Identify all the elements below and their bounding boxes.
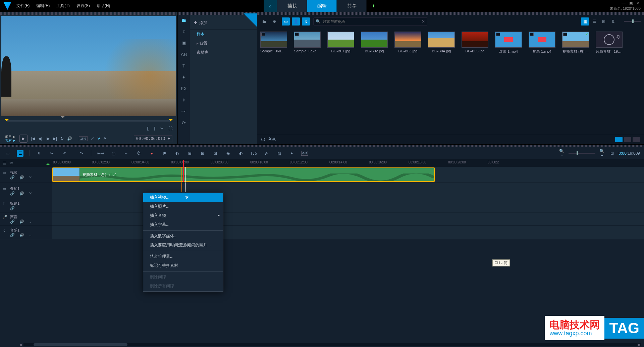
menu-mark-replaceable[interactable]: 标记可替换素材 <box>143 261 223 270</box>
menu-insert-audio[interactable]: 插入音频 <box>143 211 223 220</box>
source-clip-label[interactable]: 素材 ► <box>5 139 16 142</box>
search-input[interactable] <box>323 19 420 23</box>
mark-in-icon[interactable]: ⟦ <box>147 126 149 131</box>
add-track-icon[interactable] <box>46 161 50 165</box>
toggle-a[interactable]: A <box>104 136 106 141</box>
filters-tab-icon[interactable]: ✦ <box>178 75 190 80</box>
filter-image-icon[interactable]: 👤 <box>292 17 300 26</box>
menu-insert-photo[interactable]: 插入照片... <box>143 202 223 211</box>
view-thumb-icon[interactable]: ▦ <box>581 17 589 26</box>
library-item[interactable]: 屏幕 1.mp4 <box>495 32 522 54</box>
mask-icon[interactable]: ◐ <box>237 151 244 156</box>
link-icon[interactable]: 🔗 <box>10 206 15 210</box>
go-start-button[interactable]: |◀ <box>31 136 35 141</box>
menu-settings[interactable]: 设置(S) <box>76 3 90 9</box>
mute-icon[interactable]: 🔊 <box>19 233 24 237</box>
grouping-icon[interactable]: ⊟ <box>186 151 193 156</box>
motion-tab-icon[interactable]: ✧ <box>178 97 190 103</box>
multicam-icon[interactable]: ⊡ <box>212 151 219 156</box>
library-search[interactable]: 🔍 ✕ <box>313 17 427 26</box>
add-media-button[interactable]: ✚ 添加 <box>190 16 257 30</box>
color-icon[interactable]: ▨ <box>276 151 282 156</box>
track-content[interactable]: 视频素材（总）.mp4 <box>52 167 644 183</box>
tracks-menu-icon[interactable]: ☰ <box>3 161 6 165</box>
link-icon[interactable]: 🔗 <box>10 175 15 180</box>
mute-icon[interactable]: 🔊 <box>19 219 24 224</box>
library-item[interactable]: Sample_360.m... <box>260 32 287 54</box>
marker-icon[interactable]: ⚑ <box>161 151 168 156</box>
view-list-icon[interactable]: ☰ <box>590 17 598 26</box>
gif-icon[interactable]: GIF <box>301 151 308 156</box>
import-folder-icon[interactable]: 🖿 <box>260 17 268 26</box>
preview-viewport[interactable] <box>1 16 176 116</box>
zoom-slider[interactable] <box>569 153 595 154</box>
footer-btn-3[interactable] <box>633 137 640 142</box>
tools-icon[interactable]: ✂ <box>49 151 55 156</box>
panel-drag-handle[interactable] <box>0 12 177 15</box>
view-grid-icon[interactable]: ⊞ <box>600 17 608 26</box>
expand-icon[interactable]: ⌄ <box>29 233 32 237</box>
tree-item-background[interactable]: 背景 <box>190 39 257 48</box>
track-content[interactable] <box>52 183 644 199</box>
grid-icon[interactable]: ⊞ <box>199 151 206 156</box>
maximize-button[interactable]: ▣ <box>629 1 633 5</box>
stretch-icon[interactable]: ↔ <box>123 151 129 156</box>
templates-tab-icon[interactable]: ▣ <box>178 40 190 46</box>
tab-edit[interactable]: 编辑 <box>307 0 337 12</box>
library-item[interactable]: BG-B04.jpg <box>428 32 455 54</box>
expand-icon[interactable]: ⌄ <box>29 219 32 224</box>
audio-tab-icon[interactable]: ♫ <box>178 29 190 34</box>
library-item[interactable]: 音频素材 - 196... <box>596 32 623 54</box>
toggle-v[interactable]: V <box>98 136 100 141</box>
mute-icon[interactable]: 🔊 <box>19 175 24 180</box>
scroll-left-icon[interactable]: ◀ <box>18 343 23 346</box>
thumb-size-slider[interactable] <box>624 21 641 22</box>
tree-item-sample[interactable]: 样本 <box>190 30 257 39</box>
resize-icon[interactable]: ⤢ <box>91 136 94 141</box>
browse-label[interactable]: 浏览 <box>268 137 276 142</box>
sync-tab-icon[interactable]: ⟳ <box>178 120 190 126</box>
track-content[interactable] <box>52 226 644 239</box>
go-end-button[interactable]: ▶| <box>53 136 57 141</box>
track-content[interactable] <box>52 199 644 212</box>
record-icon[interactable]: 🎙 <box>36 151 43 156</box>
zoom-in-icon[interactable]: 🔍+ <box>599 149 605 158</box>
panel-drag-handle[interactable] <box>0 145 644 147</box>
reverse-icon[interactable]: ● <box>148 151 155 156</box>
media-tab-icon[interactable]: 🖿 <box>178 17 190 23</box>
scroll-right-icon[interactable]: ▶ <box>637 343 641 346</box>
library-item[interactable]: BG-B05.jpg <box>462 32 488 54</box>
menu-insert-subtitle[interactable]: 插入字幕... <box>143 220 223 229</box>
menu-tools[interactable]: 工具(T) <box>56 3 69 9</box>
sort-icon[interactable]: ⇅ <box>609 17 617 26</box>
play-button[interactable]: ▶ <box>19 135 28 143</box>
lock-icon[interactable]: ✕ <box>29 191 32 196</box>
menu-help[interactable]: 帮助(H) <box>97 3 110 9</box>
text-3d-icon[interactable]: T₃ᴅ <box>250 151 257 156</box>
menu-insert-timelapse[interactable]: 插入要应用时间流逝/频闪的照片... <box>143 241 223 250</box>
menu-track-manager[interactable]: 轨道管理器... <box>143 252 223 261</box>
library-item[interactable]: 屏幕 1.mp4 <box>529 32 555 54</box>
tab-share[interactable]: 共享 <box>337 0 367 12</box>
close-button[interactable]: ✕ <box>636 1 641 5</box>
fullscreen-icon[interactable]: ⛶ <box>168 126 172 131</box>
library-item[interactable]: Sample_Lake.... <box>294 32 321 54</box>
ripple-icon[interactable]: ⇤⇥ <box>97 151 104 156</box>
lock-icon[interactable]: ✕ <box>29 175 32 180</box>
preview-scrubber[interactable] <box>7 119 171 123</box>
split-icon[interactable]: ✂ <box>160 126 164 131</box>
chapter-icon[interactable]: ◐ <box>174 151 180 156</box>
minimize-button[interactable]: — <box>621 1 626 5</box>
preview-timecode[interactable]: 00:00:06:013 ♦ <box>134 135 172 142</box>
menu-file[interactable]: 文件(F) <box>16 3 30 9</box>
filter-video-icon[interactable]: ▭ <box>282 17 290 26</box>
tracks-eye-icon[interactable]: 👁 <box>9 161 13 165</box>
speed-icon[interactable]: ⏱ <box>136 151 142 156</box>
loop-button[interactable]: ↻ <box>60 136 64 141</box>
tree-item-asset-library[interactable]: 素材库 <box>190 48 257 57</box>
upload-icon[interactable]: ⬆ <box>367 0 380 12</box>
prev-frame-button[interactable]: ◀| <box>38 136 42 141</box>
library-item[interactable]: BG-B01.jpg <box>327 32 354 54</box>
search-clear-icon[interactable]: ✕ <box>422 19 425 24</box>
titles-tab-icon[interactable]: T <box>178 63 190 68</box>
